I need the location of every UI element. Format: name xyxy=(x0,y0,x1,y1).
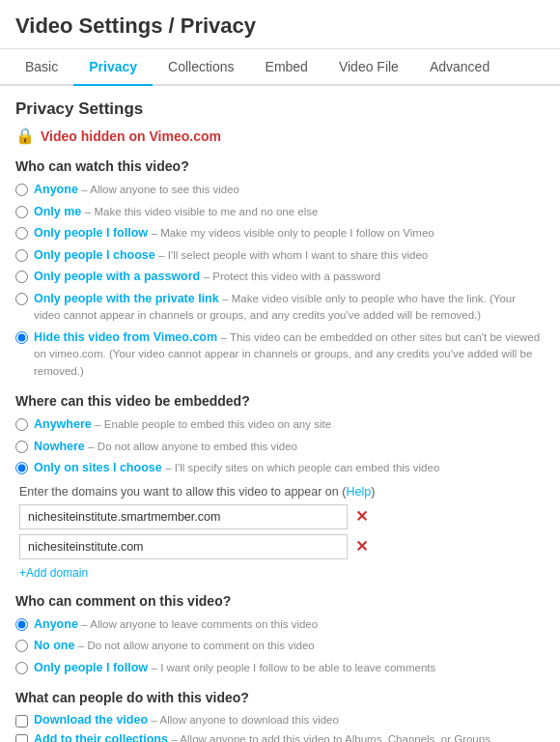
watch-radio-anyone[interactable] xyxy=(15,184,28,196)
page-title: Video Settings / Privacy xyxy=(0,0,560,49)
tab-bar: Basic Privacy Collections Embed Video Fi… xyxy=(0,49,560,86)
comment-option-no-one: No one – Do not allow anyone to comment … xyxy=(15,638,545,655)
embed-option-anywhere: Anywhere – Enable people to embed this v… xyxy=(15,416,545,434)
add-collections-option: Add to their collections – Allow anyone … xyxy=(15,732,545,742)
watch-radio-private-link[interactable] xyxy=(15,293,28,305)
comment-radio-anyone[interactable] xyxy=(15,618,28,631)
watch-option-choose-people: Only people I choose – I'll select peopl… xyxy=(15,247,545,265)
privacy-notice: 🔒 Video hidden on Vimeo.com xyxy=(15,127,545,145)
what-can-do-section: What can people do with this video? Down… xyxy=(15,690,545,742)
embed-section: Where can this video be embedded? Anywhe… xyxy=(15,393,545,580)
watch-option-hide-vimeo: Hide this video from Vimeo.com – This vi… xyxy=(15,329,545,381)
domain-row-2: ✕ xyxy=(19,534,545,559)
who-can-watch-section: Who can watch this video? Anyone – Allow… xyxy=(15,158,545,380)
add-collections-checkbox[interactable] xyxy=(15,734,28,742)
watch-radio-follow[interactable] xyxy=(15,227,28,240)
watch-radio-password[interactable] xyxy=(15,271,28,283)
watch-option-only-me: Only me – Make this video visible to me … xyxy=(15,204,545,221)
main-content: Privacy Settings 🔒 Video hidden on Vimeo… xyxy=(0,86,560,742)
watch-option-private-link: Only people with the private link – Make… xyxy=(15,291,545,325)
tab-basic[interactable]: Basic xyxy=(10,49,73,86)
watch-option-follow: Only people I follow – Make my videos vi… xyxy=(15,225,545,243)
tab-video-file[interactable]: Video File xyxy=(323,49,414,86)
embed-radio-anywhere[interactable] xyxy=(15,418,28,431)
who-can-watch-title: Who can watch this video? xyxy=(15,158,545,174)
tab-privacy[interactable]: Privacy xyxy=(73,49,153,86)
where-embed-title: Where can this video be embedded? xyxy=(15,393,545,409)
comment-option-anyone: Anyone – Allow anyone to leave comments … xyxy=(15,616,545,634)
page-header: Video Settings / Privacy xyxy=(0,0,560,49)
lock-icon: 🔒 xyxy=(15,127,35,145)
comment-radio-no-one[interactable] xyxy=(15,640,28,652)
comment-option-follow: Only people I follow – I want only peopl… xyxy=(15,660,545,677)
watch-radio-only-me[interactable] xyxy=(15,206,28,218)
who-can-comment-title: Who can comment on this video? xyxy=(15,593,545,609)
comment-section: Who can comment on this video? Anyone – … xyxy=(15,593,545,677)
embed-radio-choose-sites[interactable] xyxy=(15,462,28,474)
watch-option-password: Only people with a password – Protect th… xyxy=(15,269,545,286)
tab-embed[interactable]: Embed xyxy=(250,49,323,86)
privacy-section-title: Privacy Settings xyxy=(15,100,545,119)
domain-input-2[interactable] xyxy=(19,534,348,559)
tab-collections[interactable]: Collections xyxy=(153,49,249,86)
domain-label: Enter the domains you want to allow this… xyxy=(19,485,545,499)
remove-domain-1-icon[interactable]: ✕ xyxy=(355,507,368,526)
download-option: Download the video – Allow anyone to dow… xyxy=(15,713,545,728)
download-checkbox[interactable] xyxy=(15,715,28,728)
add-domain-link[interactable]: Add domain xyxy=(19,566,88,580)
embed-option-nowhere: Nowhere – Do not allow anyone to embed t… xyxy=(15,439,545,456)
watch-radio-hide-vimeo[interactable] xyxy=(15,331,28,344)
domain-input-1[interactable] xyxy=(19,504,348,529)
remove-domain-2-icon[interactable]: ✕ xyxy=(355,537,368,556)
help-link[interactable]: Help xyxy=(346,485,371,499)
watch-radio-choose-people[interactable] xyxy=(15,249,28,262)
comment-radio-follow[interactable] xyxy=(15,662,28,674)
embed-option-choose-sites: Only on sites I choose – I'll specify si… xyxy=(15,460,545,477)
what-can-do-title: What can people do with this video? xyxy=(15,690,545,705)
tab-advanced[interactable]: Advanced xyxy=(414,49,505,86)
domain-row-1: ✕ xyxy=(19,504,545,529)
domain-entry-area: Enter the domains you want to allow this… xyxy=(19,485,545,580)
watch-option-anyone: Anyone – Allow anyone to see this video xyxy=(15,182,545,199)
embed-radio-nowhere[interactable] xyxy=(15,441,28,453)
